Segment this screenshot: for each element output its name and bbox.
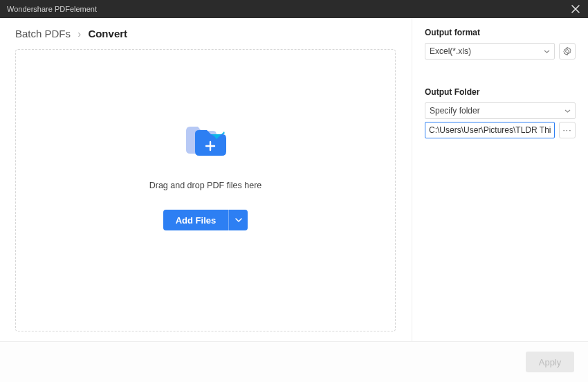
browse-folder-button[interactable]: ··· [559, 122, 576, 138]
gear-icon [562, 46, 572, 56]
dropzone-hint: Drag and drop PDF files here [149, 181, 262, 190]
output-folder-mode-value: Specify folder [430, 106, 480, 116]
close-icon[interactable] [570, 3, 581, 15]
breadcrumb-root[interactable]: Batch PDFs [15, 28, 71, 39]
chevron-down-icon [564, 109, 571, 113]
output-folder-mode-select[interactable]: Specify folder [425, 102, 576, 119]
output-format-select[interactable]: Excel(*.xls) [425, 43, 555, 60]
main-panel: Batch PDFs › Convert Drag and drop PDF f… [0, 18, 412, 341]
workarea: Batch PDFs › Convert Drag and drop PDF f… [0, 18, 588, 342]
titlebar: Wondershare PDFelement [0, 0, 588, 18]
add-files-group: Add Files [163, 210, 248, 230]
breadcrumb-current: Convert [88, 28, 127, 39]
folder-plus-icon [184, 122, 227, 160]
add-files-button[interactable]: Add Files [163, 210, 229, 230]
apply-button[interactable]: Apply [526, 352, 574, 372]
chevron-right-icon: › [77, 28, 81, 39]
breadcrumb: Batch PDFs › Convert [15, 28, 412, 39]
window-title: Wondershare PDFelement [7, 5, 97, 13]
footer: Apply [0, 342, 588, 382]
dropzone[interactable]: Drag and drop PDF files here Add Files [15, 49, 396, 331]
output-format-label: Output format [425, 28, 576, 37]
output-folder-label: Output Folder [425, 87, 576, 97]
output-folder-path-input[interactable] [425, 122, 555, 138]
side-panel: Output format Excel(*.xls) Output Folder… [412, 18, 588, 341]
output-format-value: Excel(*.xls) [430, 46, 471, 56]
chevron-down-icon [544, 50, 550, 53]
chevron-down-icon [235, 218, 242, 222]
output-format-settings-button[interactable] [559, 43, 576, 60]
add-files-dropdown-button[interactable] [228, 210, 248, 230]
